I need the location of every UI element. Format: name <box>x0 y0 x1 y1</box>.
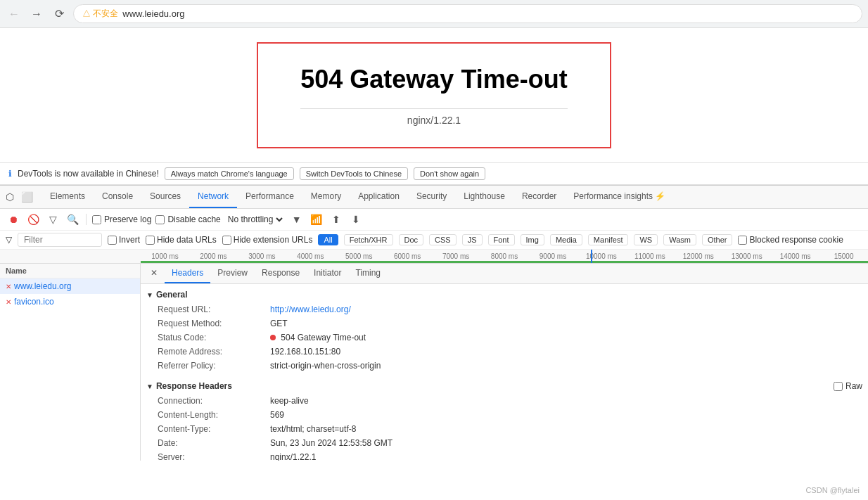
timeline-label-6: 6000 ms <box>383 252 432 260</box>
raw-label[interactable]: Raw <box>834 381 862 391</box>
forward-button[interactable]: → <box>28 6 45 23</box>
switch-chinese-button[interactable]: Switch DevTools to Chinese <box>300 167 408 180</box>
wifi-button[interactable]: 📶 <box>309 212 324 227</box>
network-request-list: Name ✕ www.leiedu.org ✕ favicon.ico <box>0 264 141 461</box>
security-warning-icon: △ 不安全 <box>82 8 118 20</box>
hide-data-urls-label[interactable]: Hide data URLs <box>146 235 217 245</box>
record-button[interactable]: ⏺ <box>6 212 21 227</box>
tab-lighthouse[interactable]: Lighthouse <box>455 186 513 208</box>
filter-btn-fetch-xhr[interactable]: Fetch/XHR <box>344 234 393 245</box>
filter-btn-font[interactable]: Font <box>488 234 515 245</box>
blocked-response-cookies-label[interactable]: Blocked response cookie <box>738 235 843 245</box>
filter-btn-js[interactable]: JS <box>462 234 483 245</box>
status-error-dot <box>270 335 276 340</box>
error-dot-icon: ✕ <box>6 283 11 290</box>
timeline-label-10: 10000 ms <box>577 252 625 260</box>
hide-extension-urls-text: Hide extension URLs <box>234 235 313 245</box>
detail-panel: ✕ Headers Preview Response Initiator Tim… <box>141 264 868 461</box>
tab-recorder[interactable]: Recorder <box>513 186 565 208</box>
filter-btn-media[interactable]: Media <box>550 234 582 245</box>
filter-btn-ws[interactable]: WS <box>634 234 658 245</box>
filter-bar: ▽ Invert Hide data URLs Hide extension U… <box>0 231 868 250</box>
timeline-label-5: 5000 ms <box>335 252 383 260</box>
page-content: 504 Gateway Time-out nginx/1.22.1 <box>0 28 868 162</box>
timeline-label-4: 4000 ms <box>286 252 335 260</box>
inspect-element-button[interactable]: ⬡ <box>3 188 17 205</box>
detail-tab-preview[interactable]: Preview <box>210 264 255 283</box>
match-language-button[interactable]: Always match Chrome's language <box>165 167 294 180</box>
invert-label[interactable]: Invert <box>108 235 140 245</box>
preserve-log-checkbox[interactable] <box>92 215 101 224</box>
filter-btn-all[interactable]: All <box>318 234 338 245</box>
clear-button[interactable]: 🚫 <box>25 212 41 227</box>
detail-tab-close[interactable]: ✕ <box>143 264 165 283</box>
content-length-key: Content-Length: <box>158 410 270 420</box>
filter-button[interactable]: ▽ <box>45 212 60 227</box>
request-method-value: GET <box>270 319 288 328</box>
response-headers-arrow-icon: ▼ <box>146 383 153 390</box>
network-item-leiedu[interactable]: ✕ www.leiedu.org <box>0 278 140 294</box>
throttle-select[interactable]: No throttling <box>225 214 285 225</box>
preserve-log-label[interactable]: Preserve log <box>92 214 151 224</box>
timeline-label-8: 8000 ms <box>480 252 529 260</box>
tab-performance-insights[interactable]: Performance insights ⚡ <box>565 186 674 208</box>
general-section-header[interactable]: ▼ General <box>141 287 868 302</box>
timeline-label-12: 12000 ms <box>674 252 722 260</box>
remote-address-key: Remote Address: <box>158 347 270 357</box>
close-detail-icon[interactable]: ✕ <box>151 268 158 278</box>
hide-extension-urls-label[interactable]: Hide extension URLs <box>222 235 313 245</box>
upload-button[interactable]: ⬆ <box>328 212 344 227</box>
dont-show-again-button[interactable]: Don't show again <box>414 167 485 180</box>
filter-btn-other[interactable]: Other <box>702 234 733 245</box>
tab-performance[interactable]: Performance <box>237 186 302 208</box>
timeline-label-3: 3000 ms <box>238 252 286 260</box>
tab-console[interactable]: Console <box>94 186 141 208</box>
tab-security[interactable]: Security <box>408 186 455 208</box>
content-type-value: text/html; charset=utf-8 <box>270 424 356 434</box>
throttle-arrow-button[interactable]: ▼ <box>289 212 305 227</box>
hide-extension-urls-checkbox[interactable] <box>222 236 231 245</box>
network-item-favicon[interactable]: ✕ favicon.ico <box>0 294 140 309</box>
response-headers-section-header[interactable]: ▼ Response Headers Raw <box>141 378 868 394</box>
filter-btn-doc[interactable]: Doc <box>399 234 424 245</box>
download-button[interactable]: ⬇ <box>348 212 364 227</box>
search-button[interactable]: 🔍 <box>65 212 80 227</box>
filter-btn-wasm[interactable]: Wasm <box>663 234 696 245</box>
tab-elements[interactable]: Elements <box>42 186 94 208</box>
gateway-error-box: 504 Gateway Time-out nginx/1.22.1 <box>257 42 611 148</box>
hide-data-urls-checkbox[interactable] <box>146 236 155 245</box>
invert-checkbox[interactable] <box>108 236 117 245</box>
back-button[interactable]: ← <box>6 6 23 23</box>
response-headers-section-title: Response Headers <box>156 381 232 391</box>
detail-tab-response[interactable]: Response <box>255 264 307 283</box>
disable-cache-label[interactable]: Disable cache <box>155 214 220 224</box>
detail-tab-timing[interactable]: Timing <box>348 264 388 283</box>
devtools-panel: ⬡ ⬜ Elements Console Sources Network Per… <box>0 185 868 461</box>
detail-row-content-type: Content-Type: text/html; charset=utf-8 <box>141 422 868 436</box>
tab-application[interactable]: Application <box>350 186 408 208</box>
notification-text: DevTools is now available in Chinese! <box>18 169 159 179</box>
tab-network[interactable]: Network <box>189 186 237 208</box>
filter-btn-css[interactable]: CSS <box>429 234 457 245</box>
filter-btn-img[interactable]: Img <box>521 234 544 245</box>
connection-key: Connection: <box>158 396 270 406</box>
tab-memory[interactable]: Memory <box>302 186 350 208</box>
disable-cache-checkbox[interactable] <box>155 215 165 224</box>
request-url-value: http://www.leiedu.org/ <box>270 305 351 314</box>
raw-checkbox[interactable] <box>834 382 843 391</box>
detail-row-referrer-policy: Referrer Policy: strict-origin-when-cros… <box>141 359 868 373</box>
address-bar[interactable]: △ 不安全 www.leiedu.org <box>73 4 862 23</box>
timeline-label-11: 11000 ms <box>625 252 674 260</box>
tab-sources[interactable]: Sources <box>141 186 189 208</box>
detail-tab-initiator[interactable]: Initiator <box>307 264 348 283</box>
response-headers-section: ▼ Response Headers Raw Connection: keep-… <box>141 376 868 461</box>
blocked-response-cookies-checkbox[interactable] <box>738 236 747 245</box>
gateway-title: 504 Gateway Time-out <box>300 65 567 94</box>
detail-tab-headers[interactable]: Headers <box>165 264 210 283</box>
detail-row-remote-address: Remote Address: 192.168.10.151:80 <box>141 345 868 359</box>
detail-row-request-method: Request Method: GET <box>141 316 868 331</box>
device-mode-button[interactable]: ⬜ <box>18 188 36 205</box>
filter-input[interactable] <box>18 233 102 247</box>
filter-btn-manifest[interactable]: Manifest <box>588 234 629 245</box>
refresh-button[interactable]: ⟳ <box>51 6 68 23</box>
